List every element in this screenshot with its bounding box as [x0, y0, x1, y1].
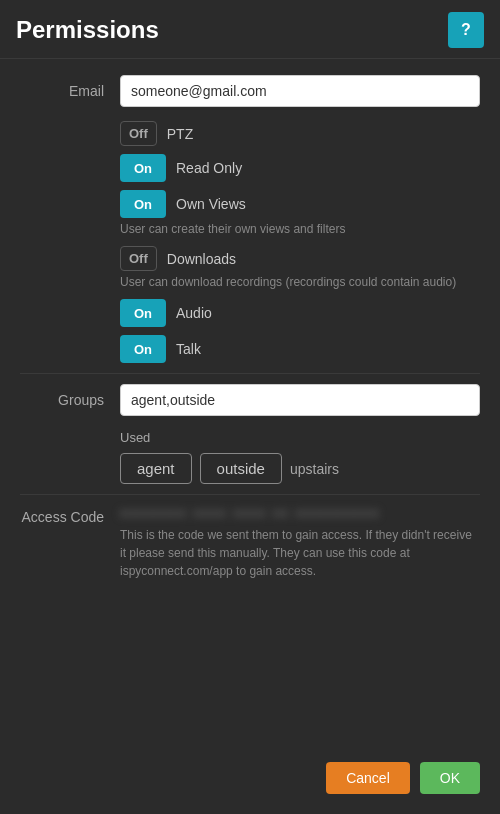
groups-label: Groups [20, 384, 120, 408]
content-area: Email Off PTZ On Read Only On Own Views … [0, 59, 500, 596]
audio-label: Audio [176, 305, 212, 321]
access-code-desc: This is the code we sent them to gain ac… [120, 526, 480, 580]
toggle-talk-row: On Talk [120, 335, 480, 363]
readonly-label: Read Only [176, 160, 242, 176]
talk-toggle[interactable]: On [120, 335, 166, 363]
divider-2 [20, 494, 480, 495]
toggle-ownviews-row: On Own Views [120, 190, 480, 218]
talk-label: Talk [176, 341, 201, 357]
cancel-button[interactable]: Cancel [326, 762, 410, 794]
toggles-area: Off PTZ On Read Only On Own Views User c… [120, 121, 480, 363]
divider-1 [20, 373, 480, 374]
page-title: Permissions [16, 16, 159, 44]
toggle-downloads-row: Off Downloads [120, 246, 480, 271]
help-button[interactable]: ? [448, 12, 484, 48]
header: Permissions ? [0, 0, 500, 59]
used-label: Used [120, 430, 480, 445]
access-code-right: xxxxxxxx xxxx xxxx xx xxxxxxxxxx This is… [120, 505, 480, 580]
email-row: Email [20, 75, 480, 107]
groups-input[interactable] [120, 384, 480, 416]
access-code-label: Access Code [20, 505, 120, 525]
email-label: Email [20, 75, 120, 99]
downloads-off-label: Off [120, 246, 157, 271]
access-code-value: xxxxxxxx xxxx xxxx xx xxxxxxxxxx [120, 505, 480, 520]
ptz-label: PTZ [167, 126, 193, 142]
toggle-audio-row: On Audio [120, 299, 480, 327]
tag-outside[interactable]: outside [200, 453, 282, 484]
tag-upstairs: upstairs [290, 461, 339, 477]
ownviews-label: Own Views [176, 196, 246, 212]
ownviews-toggle[interactable]: On [120, 190, 166, 218]
toggle-readonly-row: On Read Only [120, 154, 480, 182]
tags-row: agent outside upstairs [120, 453, 480, 484]
downloads-desc: User can download recordings (recordings… [120, 275, 480, 289]
ownviews-desc: User can create their own views and filt… [120, 222, 480, 236]
email-input[interactable] [120, 75, 480, 107]
groups-row: Groups [20, 384, 480, 416]
access-code-section: Access Code xxxxxxxx xxxx xxxx xx xxxxxx… [20, 505, 480, 580]
ptz-off-label: Off [120, 121, 157, 146]
toggle-ptz-row: Off PTZ [120, 121, 480, 146]
footer: Cancel OK [326, 762, 480, 794]
readonly-toggle[interactable]: On [120, 154, 166, 182]
tag-agent[interactable]: agent [120, 453, 192, 484]
downloads-label: Downloads [167, 251, 236, 267]
audio-toggle[interactable]: On [120, 299, 166, 327]
ok-button[interactable]: OK [420, 762, 480, 794]
used-section: Used agent outside upstairs [120, 430, 480, 484]
